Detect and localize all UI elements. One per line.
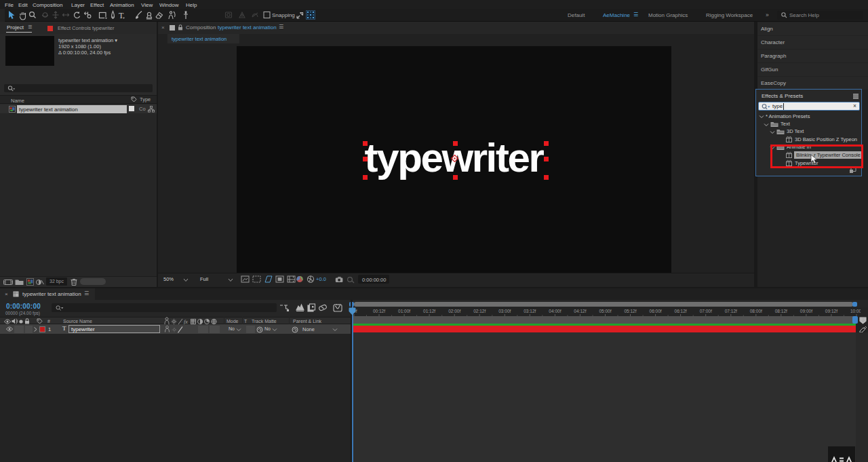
svg-text:08:00f: 08:00f [750,309,762,313]
svg-text:00:12f: 00:12f [373,309,385,313]
svg-text:08:12f: 08:12f [775,309,787,313]
svg-text:06:00f: 06:00f [650,309,662,313]
svg-text:04:00f: 04:00f [549,309,561,313]
svg-text:07:00f: 07:00f [700,309,712,313]
svg-text:09:00f: 09:00f [800,309,812,313]
svg-text:09:12f: 09:12f [825,309,837,313]
svg-text:06:12f: 06:12f [675,309,687,313]
svg-text:T: T [119,11,124,20]
svg-text:02:12f: 02:12f [473,309,486,313]
svg-text:03:00f: 03:00f [498,309,511,313]
svg-text:07:12f: 07:12f [725,309,737,313]
svg-text:05:12f: 05:12f [624,309,636,313]
svg-text:01:12f: 01:12f [423,309,435,313]
svg-text:02:00f: 02:00f [448,309,460,313]
svg-text:03:12f: 03:12f [524,309,536,313]
svg-text:10:00f: 10:00f [850,309,861,313]
svg-text:04:12f: 04:12f [574,309,586,313]
svg-text:05:00f: 05:00f [599,309,611,313]
svg-text:01:00f: 01:00f [398,309,410,313]
